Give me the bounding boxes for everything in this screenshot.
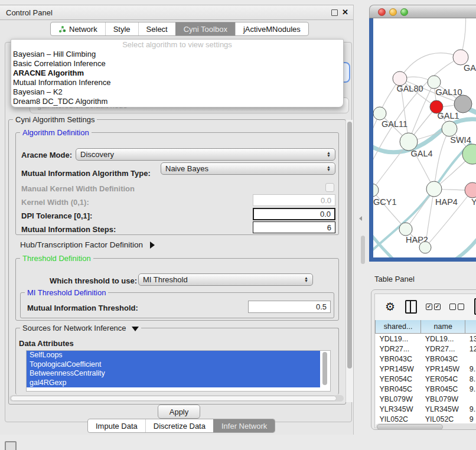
hub-factor-section-toggle[interactable]: Hub/Transcription Factor Definition — [20, 240, 155, 249]
table-cell[interactable]: YDL19... — [376, 334, 421, 344]
table-cell[interactable] — [465, 394, 476, 404]
table-cell[interactable]: YLR345W — [421, 404, 465, 414]
table-row[interactable]: YDR27...YDR27...12 — [376, 344, 476, 354]
tab-jactivemnodules[interactable]: jActiveMNodules — [235, 22, 308, 35]
network-node[interactable] — [373, 107, 386, 120]
tab-cyni-toolbox[interactable]: Cyni Toolbox — [175, 22, 235, 35]
dropdown-item[interactable]: Basic Correlation Inference — [11, 59, 343, 69]
table-row[interactable]: YIL052CYIL052C9 — [376, 414, 476, 424]
table-row[interactable]: YPR145WYPR145W9. — [376, 364, 476, 374]
settings-horizontal-scrollbar[interactable] — [9, 395, 344, 402]
select-all-columns-icon[interactable]: ✓✓ — [426, 304, 441, 310]
dpi-tolerance-field[interactable]: 0.0 — [253, 208, 335, 220]
table-column-header[interactable]: name — [421, 320, 465, 334]
table-horizontal-scrollbar[interactable] — [376, 423, 476, 430]
data-attribute-item[interactable]: SelfLoops — [27, 351, 320, 360]
table-row[interactable]: YDL19...YDL19...13 — [376, 334, 476, 344]
table-cell[interactable]: YDL19... — [421, 334, 465, 344]
table-row[interactable]: YLR345WYLR345W9. — [376, 404, 476, 414]
mi-threshold-field[interactable]: 0.5 — [248, 301, 331, 313]
dropdown-item[interactable]: Bayesian – Hill Climbing — [11, 50, 343, 59]
mi-algorithm-type-combobox[interactable]: Naive Bayes — [161, 162, 335, 175]
table-cell[interactable]: 9. — [465, 404, 476, 414]
mi-steps-field[interactable]: 6 — [253, 221, 335, 233]
table-cell[interactable] — [465, 354, 476, 364]
settings-vertical-scrollbar-thumb[interactable] — [347, 122, 352, 369]
table-row[interactable]: YBL079WYBL079W — [376, 394, 476, 404]
network-window-titlebar[interactable] — [369, 5, 476, 18]
which-threshold-combobox[interactable]: MI Threshold — [138, 273, 313, 286]
table-cell[interactable]: 9. — [465, 364, 476, 374]
network-node[interactable] — [399, 223, 412, 236]
table-column-header[interactable]: shared... — [376, 320, 421, 334]
settings-horizontal-scrollbar-thumb[interactable] — [11, 396, 337, 401]
network-node[interactable] — [373, 184, 379, 197]
table-cell[interactable]: YBR045C — [376, 384, 421, 394]
zoom-window-icon[interactable] — [400, 8, 408, 16]
close-panel-icon[interactable]: ✕ — [342, 8, 348, 17]
gear-icon[interactable]: ⚙ — [385, 301, 395, 312]
settings-vertical-scrollbar[interactable] — [345, 120, 353, 402]
tab-discretize-data[interactable]: Discretize Data — [145, 419, 213, 432]
table-cell[interactable]: 13 — [465, 334, 476, 344]
table-cell[interactable]: YER054C — [421, 374, 465, 384]
table-column-header[interactable] — [465, 320, 476, 334]
dropdown-item[interactable]: ARACNE Algorithm — [11, 69, 343, 78]
network-node[interactable] — [465, 182, 476, 198]
tab-infer-network[interactable]: Infer Network — [213, 419, 275, 432]
table-cell[interactable]: YBL079W — [376, 394, 421, 404]
dropdown-item[interactable]: Mutual Information Inference — [11, 78, 343, 87]
dropdown-item[interactable]: Bayesian – K2 — [11, 87, 343, 97]
data-attribute-item[interactable]: TopologicalCoefficient — [27, 360, 320, 370]
table-cell[interactable]: YLR345W — [376, 404, 421, 414]
sources-group-toggle[interactable]: Sources for Network Inference — [20, 324, 141, 332]
side-scrollbar-fragment[interactable] — [361, 236, 365, 264]
table-horizontal-scrollbar-thumb[interactable] — [377, 424, 443, 430]
panel-splitter-handle[interactable] — [359, 216, 362, 221]
table-cell[interactable]: YBR043C — [421, 354, 465, 364]
table-cell[interactable]: YDR27... — [421, 344, 465, 354]
table-cell[interactable]: 9. — [465, 384, 476, 394]
float-panel-icon[interactable] — [331, 9, 338, 16]
table-row[interactable]: YBR043CYBR043C — [376, 354, 476, 364]
network-canvas[interactable]: GALGAL80GAL10GAL1GAL11SWI4GAL4GCY1HAP4YH… — [369, 18, 476, 262]
data-attributes-list[interactable]: SelfLoopsTopologicalCoefficientBetweenne… — [26, 350, 331, 392]
dock-panel-icon[interactable] — [5, 441, 17, 450]
table-row[interactable]: YER054CYER054C8. — [376, 374, 476, 384]
table-cell[interactable]: YIL052C — [421, 414, 465, 424]
table-cell[interactable]: YER054C — [376, 374, 421, 384]
unselect-all-columns-icon[interactable] — [449, 304, 464, 310]
table-cell[interactable]: YIL052C — [376, 414, 421, 424]
table-cell[interactable]: YBR043C — [376, 354, 421, 364]
node-attribute-table[interactable]: shared...name YDL19...YDL19...13YDR27...… — [375, 320, 476, 424]
dropdown-item[interactable]: Dream8 DC_TDC Algorithm — [11, 97, 343, 106]
table-cell[interactable]: YBL079W — [421, 394, 465, 404]
tab-impute-data[interactable]: Impute Data — [88, 419, 145, 432]
data-attribute-item[interactable]: gal4RGexp — [27, 379, 320, 388]
data-attributes-list-scrollbar[interactable] — [322, 352, 327, 385]
network-node[interactable] — [442, 121, 457, 136]
close-window-icon[interactable] — [378, 8, 386, 16]
table-cell[interactable]: YPR145W — [421, 364, 465, 374]
tab-select[interactable]: Select — [138, 22, 175, 35]
aracne-mode-combobox[interactable]: Discovery — [76, 148, 335, 161]
manual-kernel-width-checkbox[interactable] — [325, 183, 334, 192]
table-cell[interactable]: 8. — [465, 374, 476, 384]
tab-style[interactable]: Style — [105, 22, 138, 35]
table-cell[interactable]: 9 — [465, 414, 476, 424]
table-row[interactable]: YBR045CYBR045C9. — [376, 384, 476, 394]
minimize-window-icon[interactable] — [389, 8, 397, 16]
network-node[interactable] — [454, 95, 472, 113]
network-node[interactable] — [426, 181, 442, 197]
network-node[interactable] — [462, 144, 476, 164]
table-cell[interactable]: 12 — [465, 344, 476, 354]
tab-network[interactable]: Network — [51, 22, 105, 35]
network-node[interactable] — [400, 133, 418, 151]
kernel-width-field[interactable]: 0.0 — [253, 194, 335, 206]
table-cell[interactable]: YBR045C — [421, 384, 465, 394]
table-cell[interactable]: YPR145W — [376, 364, 421, 374]
table-cell[interactable]: YDR27... — [376, 344, 421, 354]
show-columns-icon[interactable] — [405, 300, 417, 314]
data-attribute-item[interactable]: BetweennessCentrality — [27, 369, 320, 379]
network-node[interactable] — [428, 76, 441, 89]
